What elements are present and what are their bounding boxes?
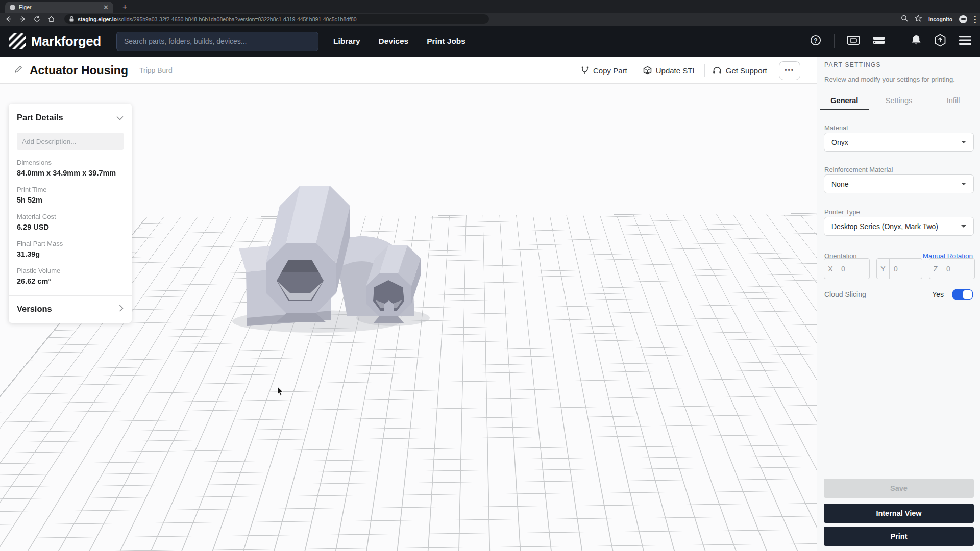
- cloud-slicing-row: Cloud Slicing Yes: [824, 288, 973, 301]
- headset-icon: [713, 66, 722, 75]
- hex-upload-icon[interactable]: [934, 34, 946, 49]
- browser-tab-strip: Eiger ✕ +: [0, 0, 980, 13]
- header-divider: [834, 34, 835, 48]
- markforged-logo-icon: [8, 32, 27, 51]
- zoom-search-icon[interactable]: [901, 15, 908, 24]
- panel-caption: Review and modify your settings for prin…: [824, 76, 955, 83]
- part-details-title: Part Details: [17, 113, 63, 122]
- versions-label: Versions: [17, 304, 52, 314]
- collapse-chevron-down-icon[interactable]: [116, 113, 124, 122]
- browser-toolbar: staging.eiger.io/solids/295b9a03-32f2-46…: [0, 13, 980, 26]
- bookmark-star-icon[interactable]: [915, 15, 922, 24]
- new-tab-button[interactable]: +: [122, 2, 127, 12]
- lock-icon: [69, 15, 74, 24]
- cloud-slicing-toggle[interactable]: [952, 289, 973, 300]
- tab-settings[interactable]: Settings: [872, 91, 926, 110]
- panel-heading: PART SETTINGS: [824, 61, 881, 68]
- printer-front-icon[interactable]: [847, 35, 860, 48]
- field-material-cost: Material Cost 6.29 USD: [9, 204, 132, 231]
- field-dimensions: Dimensions 84.0mm x 34.9mm x 39.7mm: [9, 150, 132, 177]
- nav-library[interactable]: Library: [333, 37, 360, 46]
- toggle-knob: [963, 290, 972, 299]
- orientation-x-input[interactable]: [837, 259, 869, 279]
- more-options-button[interactable]: •••: [779, 61, 800, 80]
- tab-general[interactable]: General: [817, 91, 872, 110]
- print-bed-icon[interactable]: [872, 35, 886, 48]
- url-bar[interactable]: staging.eiger.io/solids/295b9a03-32f2-46…: [64, 14, 489, 24]
- versions-row[interactable]: Versions: [9, 296, 132, 323]
- tab-infill[interactable]: Infill: [926, 91, 980, 110]
- orientation-y-group: Y: [876, 258, 922, 279]
- fork-icon: [581, 66, 589, 75]
- reinforcement-select[interactable]: None: [824, 174, 974, 193]
- reload-icon[interactable]: [34, 16, 40, 22]
- caret-down-icon: [961, 141, 966, 143]
- field-plastic-volume: Plastic Volume 26.62 cm³: [9, 258, 132, 285]
- brand-name: Markforged: [31, 34, 101, 49]
- browser-menu-icon[interactable]: •••: [974, 15, 976, 24]
- save-button[interactable]: Save: [824, 479, 974, 498]
- tab-title: Eiger: [19, 4, 100, 10]
- field-print-time: Print Time 5h 52m: [9, 177, 132, 204]
- internal-view-button[interactable]: Internal View: [824, 504, 974, 523]
- menu-hamburger-icon[interactable]: [959, 35, 972, 47]
- part-details-card: Part Details Dimensions 84.0mm x 34.9mm …: [9, 104, 132, 323]
- chevron-right-icon: [119, 305, 124, 314]
- edit-pencil-icon[interactable]: [14, 65, 22, 76]
- forward-icon[interactable]: [19, 16, 26, 22]
- printer-type-label: Printer Type: [824, 208, 860, 216]
- action-divider: [704, 64, 705, 77]
- nav-devices[interactable]: Devices: [379, 37, 409, 46]
- caret-down-icon: [961, 183, 966, 185]
- field-final-part-mass: Final Part Mass 31.39g: [9, 231, 132, 258]
- mouse-cursor: [277, 387, 284, 396]
- incognito-label: Incognito: [928, 16, 952, 22]
- copy-part-button[interactable]: Copy Part: [581, 66, 627, 75]
- app-header: Markforged Library Devices Print Jobs ?: [0, 26, 980, 57]
- nav-print-jobs[interactable]: Print Jobs: [427, 37, 465, 46]
- caret-down-icon: [961, 225, 966, 228]
- main-nav: Library Devices Print Jobs: [333, 26, 465, 57]
- part-owner: Tripp Burd: [139, 66, 173, 74]
- part-model: [225, 183, 444, 336]
- cube-icon: [643, 66, 652, 75]
- orientation-x-group: X: [824, 258, 870, 279]
- orientation-z-group: Z: [929, 258, 975, 279]
- svg-text:?: ?: [814, 37, 817, 44]
- reinforcement-label: Reinforcement Material: [824, 166, 893, 173]
- get-support-button[interactable]: Get Support: [713, 66, 767, 75]
- tab-close-icon[interactable]: ✕: [103, 4, 109, 11]
- axis-x-label: X: [824, 259, 837, 279]
- cloud-slicing-value: Yes: [932, 290, 944, 298]
- description-input[interactable]: [17, 133, 124, 150]
- part-settings-panel: PART SETTINGS Review and modify your set…: [817, 57, 980, 551]
- printer-type-select[interactable]: Desktop Series (Onyx, Mark Two): [824, 217, 974, 236]
- part-title: Actuator Housing: [30, 64, 128, 78]
- update-stl-button[interactable]: Update STL: [643, 66, 697, 75]
- axis-z-label: Z: [929, 259, 942, 279]
- cloud-slicing-label: Cloud Slicing: [824, 290, 866, 298]
- print-button[interactable]: Print: [824, 527, 974, 546]
- orientation-y-input[interactable]: [890, 259, 922, 279]
- material-select[interactable]: Onyx: [824, 133, 974, 152]
- notifications-bell-icon[interactable]: [911, 34, 922, 48]
- material-label: Material: [824, 124, 848, 132]
- browser-tab[interactable]: Eiger ✕: [5, 2, 113, 13]
- markforged-logo[interactable]: Markforged: [8, 32, 101, 51]
- search-input[interactable]: [116, 32, 318, 51]
- action-divider: [635, 64, 635, 77]
- home-icon[interactable]: [48, 16, 55, 22]
- back-icon[interactable]: [5, 16, 12, 22]
- help-icon[interactable]: ?: [810, 34, 822, 48]
- settings-tabs: General Settings Infill: [817, 91, 980, 110]
- incognito-icon: [959, 15, 967, 23]
- tab-favicon-icon: [10, 5, 15, 10]
- header-divider: [898, 34, 898, 48]
- axis-y-label: Y: [877, 259, 890, 279]
- url-text: staging.eiger.io/solids/295b9a03-32f2-46…: [78, 16, 357, 22]
- orientation-z-input[interactable]: [942, 259, 974, 279]
